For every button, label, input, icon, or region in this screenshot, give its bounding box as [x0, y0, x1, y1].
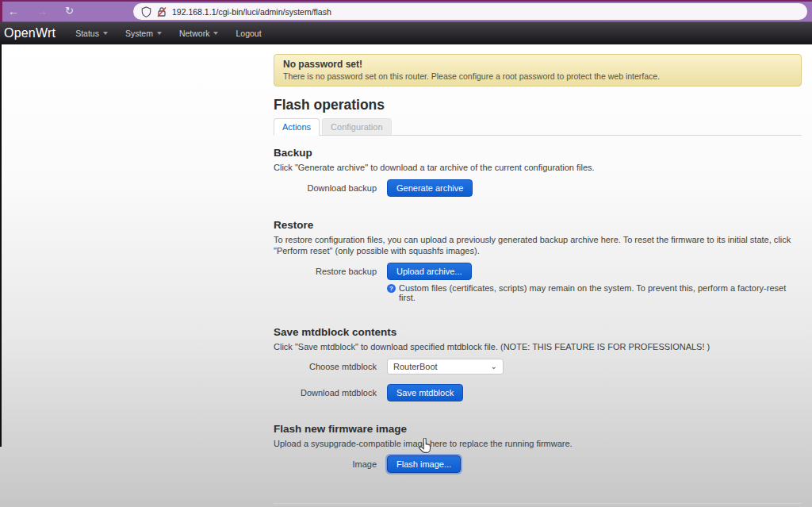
restore-row: Restore backup Upload archive...	[274, 263, 802, 280]
choose-mtdblock-row: Choose mtdblock RouterBoot ⌄	[274, 359, 802, 374]
browser-toolbar: ← → ↻ 192.168.1.1/cgi-bin/luci/admin/sys…	[0, 0, 812, 22]
help-icon: ?	[387, 284, 396, 293]
backup-heading: Backup	[274, 147, 802, 159]
openwrt-navbar: OpenWrt Status System Network Logout	[0, 22, 812, 44]
alert-title: No password set!	[283, 59, 792, 70]
restore-description: To restore configuration files, you can …	[274, 234, 797, 256]
nav-item-label: System	[125, 29, 153, 38]
page-title: Flash operations	[274, 97, 802, 113]
save-mtdblock-button[interactable]: Save mtdblock	[387, 384, 463, 401]
flash-description: Upload a sysupgrade-compatible image her…	[274, 438, 797, 449]
restore-note-text: Custom files (certificates, scripts) may…	[399, 283, 802, 302]
nav-item-status[interactable]: Status	[67, 29, 117, 38]
choose-mtdblock-label: Choose mtdblock	[274, 362, 377, 371]
download-mtdblock-row: Download mtdblock Save mtdblock	[274, 384, 802, 401]
flash-image-button[interactable]: Flash image...	[387, 455, 461, 473]
mtdblock-heading: Save mtdblock contents	[274, 326, 802, 338]
no-password-alert: No password set! There is no password se…	[274, 54, 802, 86]
upload-archive-button[interactable]: Upload archive...	[387, 263, 472, 280]
page-body: No password set! There is no password se…	[0, 44, 812, 507]
nav-item-label: Logout	[236, 29, 261, 38]
nav-item-system[interactable]: System	[117, 29, 170, 38]
restore-heading: Restore	[274, 219, 802, 231]
nav-item-logout[interactable]: Logout	[227, 29, 270, 38]
mtdblock-select[interactable]: RouterBoot ⌄	[387, 359, 504, 374]
nav-item-label: Network	[179, 29, 210, 38]
restore-backup-label: Restore backup	[274, 267, 377, 276]
download-mtdblock-label: Download mtdblock	[274, 388, 377, 398]
flash-image-row: Image Flash image...	[274, 455, 802, 473]
image-label: Image	[274, 459, 377, 469]
download-backup-label: Download backup	[274, 183, 377, 193]
window-left-edge	[0, 0, 2, 22]
back-icon[interactable]: ←	[8, 2, 19, 21]
left-edge-strip	[0, 44, 2, 447]
tab-configuration[interactable]: Configuration	[322, 118, 391, 135]
chevron-down-icon	[157, 32, 162, 35]
reload-icon[interactable]: ↻	[65, 2, 74, 21]
restore-note: ? Custom files (certificates, scripts) m…	[387, 283, 802, 302]
nav-item-label: Status	[75, 29, 99, 38]
mtdblock-description: Click "Save mtdblock" to download specif…	[274, 341, 797, 352]
generate-archive-button[interactable]: Generate archive	[387, 179, 473, 197]
chevron-down-icon	[213, 32, 218, 35]
insecure-lock-icon[interactable]	[157, 6, 167, 17]
tab-actions[interactable]: Actions	[274, 118, 320, 136]
page-footer: Powered by LuCI openwrt-21.02 branch (gi…	[274, 503, 802, 507]
nav-item-network[interactable]: Network	[170, 29, 228, 38]
openwrt-brand[interactable]: OpenWrt	[0, 26, 67, 40]
url-text: 192.168.1.1/cgi-bin/luci/admin/system/fl…	[172, 7, 331, 17]
address-bar[interactable]: 192.168.1.1/cgi-bin/luci/admin/system/fl…	[133, 3, 807, 20]
forward-icon[interactable]: →	[36, 2, 48, 21]
flash-heading: Flash new firmware image	[274, 423, 802, 435]
backup-description: Click "Generate archive" to download a t…	[274, 162, 797, 173]
backup-row: Download backup Generate archive	[274, 179, 802, 197]
shield-icon[interactable]	[141, 6, 151, 17]
chevron-down-icon: ⌄	[491, 363, 497, 371]
window-top-edge	[0, 0, 812, 2]
chevron-down-icon	[103, 32, 108, 35]
tab-bar: Actions Configuration	[274, 118, 802, 136]
alert-message: There is no password set on this router.…	[283, 71, 792, 81]
mtdblock-select-value: RouterBoot	[393, 362, 438, 371]
